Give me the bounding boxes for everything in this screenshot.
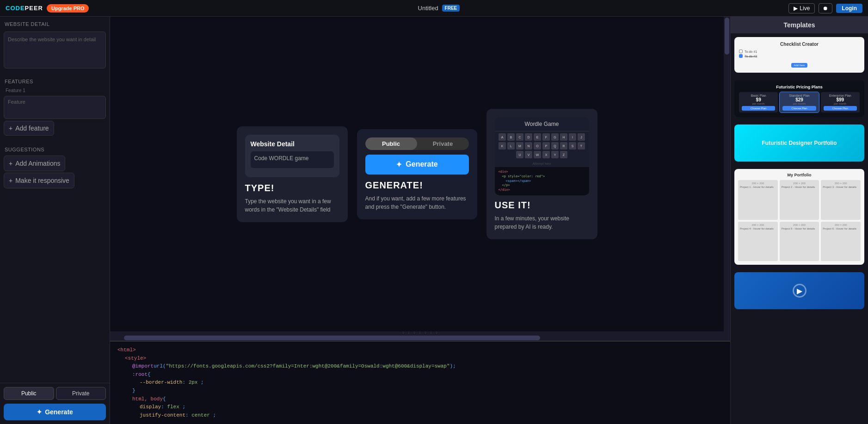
grid-label-6: Project 6 - Hover for details bbox=[823, 227, 859, 230]
letter-r: R bbox=[560, 142, 567, 150]
basic-plan-period: per month bbox=[742, 102, 775, 105]
letter-n: N bbox=[525, 142, 532, 150]
vertical-scrollbar-track[interactable] bbox=[724, 17, 730, 331]
template-card-portfolio-cyan[interactable]: Futuristic Designer Portfolio bbox=[734, 125, 864, 162]
feature-input-1[interactable]: Feature bbox=[4, 96, 106, 119]
grid-size-4: 200 × 200 bbox=[740, 224, 776, 226]
suggestions-section: Suggestions + Add Animations + Make it r… bbox=[0, 140, 110, 192]
make-responsive-button[interactable]: + Make it responsive bbox=[4, 173, 74, 188]
grid-label-2: Project 2 - Hover for details bbox=[782, 186, 818, 188]
demo-generate-button[interactable]: ✦ Generate bbox=[365, 155, 469, 175]
wordle-alphabet: A B C D E F G H I J K L M bbox=[495, 131, 589, 160]
generate-button[interactable]: ✦ Generate bbox=[4, 404, 106, 420]
topbar-right: ▶ Live ⏺ Login bbox=[788, 3, 862, 13]
grid-item-1: 200 × 200 Project 1 - Hover for details bbox=[738, 180, 778, 220]
code-line-4: :root { bbox=[117, 371, 723, 379]
enterprise-plan-btn: Choose Plan bbox=[824, 106, 857, 111]
enterprise-plan-label: Enterprise Plan bbox=[824, 94, 857, 97]
live-button[interactable]: ▶ Live bbox=[788, 3, 815, 13]
enterprise-plan-period: per month bbox=[824, 102, 857, 105]
code-line-8: display: flex ; bbox=[117, 403, 723, 412]
demo-public-btn: Public bbox=[365, 137, 417, 150]
template-card-checklist[interactable]: Checklist Creator To-do #1 To-do #2 Add … bbox=[734, 37, 864, 73]
private-button[interactable]: Private bbox=[56, 387, 106, 400]
code-editor[interactable]: <html> <style> @import url("https://font… bbox=[110, 341, 730, 424]
sparkle-icon: ✦ bbox=[37, 408, 42, 416]
center-area: Website Detail Code WORDLE game TYPE! Ty… bbox=[110, 17, 730, 424]
grid-item-3: 200 × 200 Project 3 - Hover for details bbox=[821, 180, 861, 220]
check-row-2: To-do #2 bbox=[739, 54, 860, 58]
horizontal-scrollbar-track[interactable] bbox=[110, 335, 730, 341]
checklist-title: Checklist Creator bbox=[739, 42, 860, 47]
code-line-1: <html> bbox=[117, 346, 723, 355]
left-bottom: Public Private ✦ Generate bbox=[0, 383, 110, 424]
letter-u: U bbox=[516, 151, 523, 158]
pub-priv-demo: Public Private ✦ Generate bbox=[365, 137, 469, 175]
add-animations-button[interactable]: + Add Animations bbox=[4, 156, 65, 171]
website-detail-textarea[interactable]: Describe the website you want in detail bbox=[4, 31, 106, 69]
login-button[interactable]: Login bbox=[836, 4, 862, 13]
letter-g: G bbox=[551, 133, 559, 141]
topbar-center: Untitled FREE bbox=[418, 5, 460, 12]
checkbox-1 bbox=[739, 50, 743, 53]
letter-m: M bbox=[516, 142, 523, 150]
grid-item-6: 200 × 200 Project 6 - Hover for details bbox=[821, 222, 861, 262]
grid-size-6: 200 × 200 bbox=[823, 224, 859, 226]
public-button[interactable]: Public bbox=[4, 387, 54, 400]
letter-s: S bbox=[569, 142, 576, 150]
left-panel: Website Detail Describe the website you … bbox=[0, 17, 110, 424]
grid-label-1: Project 1 - Hover for details bbox=[740, 186, 776, 188]
preview-frame: Website Detail Code WORDLE game TYPE! Ty… bbox=[110, 17, 730, 331]
checklist-preview: Checklist Creator To-do #1 To-do #2 Add … bbox=[734, 37, 864, 73]
plus-icon-responsive: + bbox=[9, 177, 12, 184]
price-card-basic: Basic Plan $9 per month Choose Plan bbox=[739, 92, 778, 112]
wordle-title: Wordle Game bbox=[495, 117, 589, 131]
code-line-6: } bbox=[117, 387, 723, 395]
features-section: Features Feature 1 Feature + Add feature bbox=[0, 71, 110, 140]
letter-p: P bbox=[542, 142, 550, 150]
standard-plan-btn: Choose Plan bbox=[782, 106, 816, 111]
grid-label-5: Project 5 - Hover for details bbox=[782, 227, 818, 230]
pricing-title: Futuristic Pricing Plans bbox=[739, 85, 860, 89]
upgrade-pro-button[interactable]: Upgrade PRO bbox=[47, 4, 89, 12]
price-card-standard: Standard Plan $29 per month Choose Plan bbox=[780, 92, 819, 112]
wd-demo-title: Website Detail bbox=[251, 140, 334, 148]
step1-desc: Type the website you want in a few words… bbox=[245, 197, 339, 214]
letter-t: T bbox=[578, 142, 585, 150]
grid-size-3: 200 × 200 bbox=[823, 182, 859, 185]
horizontal-scrollbar-thumb[interactable] bbox=[124, 336, 540, 340]
template-card-portfolio-grid[interactable]: My Portfolio 200 × 200 Project 1 - Hover… bbox=[734, 169, 864, 265]
letter-a: A bbox=[499, 133, 506, 141]
basic-plan-btn: Choose Plan bbox=[742, 106, 775, 111]
add-feature-button[interactable]: + Add feature bbox=[4, 121, 54, 136]
demo-private-btn: Private bbox=[417, 137, 469, 150]
letter-j: J bbox=[578, 133, 585, 141]
visibility-buttons: Public Private bbox=[4, 387, 106, 400]
blue-preview: ▶ bbox=[734, 272, 864, 309]
add-btn-area: Add Item bbox=[739, 60, 860, 68]
vertical-scrollbar-thumb[interactable] bbox=[725, 18, 729, 55]
letter-e: E bbox=[534, 133, 541, 141]
check-text-2: To-do #2 bbox=[745, 55, 860, 58]
step2-desc: And if you want, add a few more features… bbox=[365, 194, 469, 211]
wordle-attempt-area: Attempt here bbox=[495, 160, 589, 167]
template-card-blue[interactable]: ▶ bbox=[734, 272, 864, 309]
wd-demo-input: Code WORDLE game bbox=[251, 151, 334, 168]
code-line-2: <style> bbox=[117, 355, 723, 363]
grid-size-2: 200 × 200 bbox=[782, 182, 818, 185]
checkbox-2 bbox=[739, 54, 743, 58]
resize-handle[interactable]: ⋮⋮⋮⋮⋮⋮⋮ bbox=[110, 331, 730, 335]
free-badge: FREE bbox=[442, 5, 460, 12]
logo: CODEPEER bbox=[6, 5, 43, 12]
letter-h: H bbox=[560, 133, 567, 141]
main-layout: Website Detail Describe the website you … bbox=[0, 17, 868, 424]
grid-item-4: 200 × 200 Project 4 - Hover for details bbox=[738, 222, 778, 262]
check-row-1: To-do #1 bbox=[739, 50, 860, 53]
add-todo-btn: Add Item bbox=[791, 63, 807, 68]
enterprise-plan-price: $99 bbox=[824, 97, 857, 102]
letter-f: F bbox=[542, 133, 550, 141]
plus-icon-anim: + bbox=[9, 160, 12, 167]
grid-label-3: Project 3 - Hover for details bbox=[823, 186, 859, 188]
template-card-pricing[interactable]: Futuristic Pricing Plans Basic Plan $9 p… bbox=[734, 80, 864, 117]
record-button[interactable]: ⏺ bbox=[819, 3, 832, 13]
